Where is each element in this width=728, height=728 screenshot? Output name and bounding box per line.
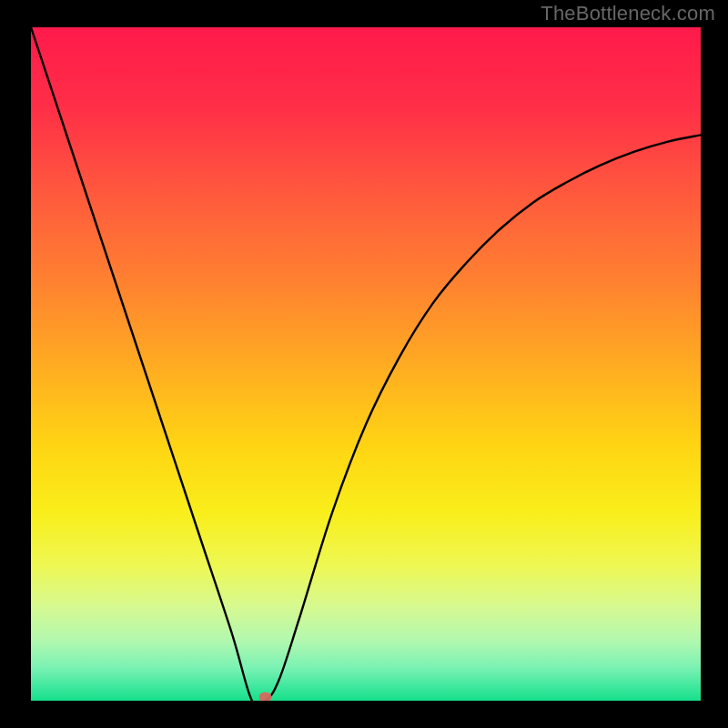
plot-area xyxy=(31,27,701,701)
curve-layer xyxy=(31,27,701,701)
watermark-text: TheBottleneck.com xyxy=(541,2,715,25)
optimal-marker xyxy=(259,693,272,702)
bottleneck-curve xyxy=(31,27,701,701)
chart-frame: TheBottleneck.com xyxy=(0,0,728,728)
